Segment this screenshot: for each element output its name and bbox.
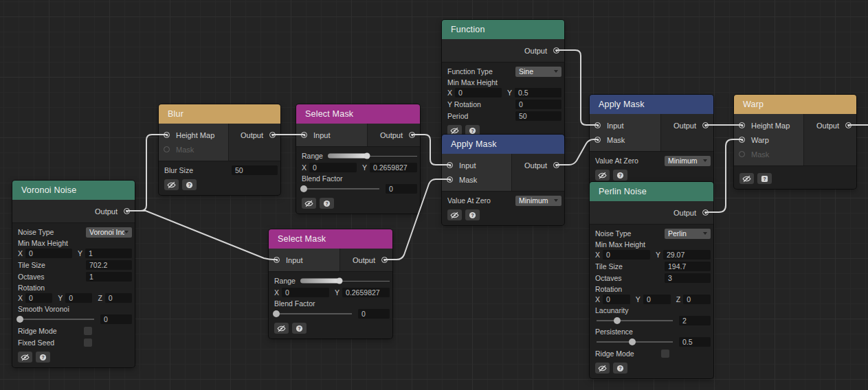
input-port-icon-mask[interactable] xyxy=(164,146,170,152)
vector-value-field[interactable]: 0 xyxy=(603,295,630,304)
params-area: Blur Size50? xyxy=(159,161,280,195)
wire-voronoi-noise.output-to-select-mask-2.input[interactable] xyxy=(126,211,277,260)
node-blur[interactable]: BlurHeight MapMaskOutputBlur Size50? xyxy=(159,104,280,195)
dropdown-value-at-zero[interactable]: Minimum xyxy=(515,196,561,206)
node-header-warp[interactable]: Warp xyxy=(734,95,856,114)
help-button[interactable]: ? xyxy=(613,170,627,181)
value-field[interactable]: 1 xyxy=(86,272,132,282)
vector-axis-label: X xyxy=(302,163,307,172)
slider-handle[interactable] xyxy=(300,185,307,192)
slider-track[interactable] xyxy=(597,320,673,321)
ports-area: Height MapWarpMaskOutput xyxy=(734,114,856,166)
checkbox-ridge-mode[interactable] xyxy=(661,349,669,358)
dropdown-noise-type[interactable]: Perlin xyxy=(665,229,711,239)
value-field[interactable]: 50 xyxy=(515,111,561,121)
node-header-select-mask-1[interactable]: Select Mask xyxy=(296,104,420,124)
value-field[interactable]: 702.2 xyxy=(86,260,132,270)
checkbox-fixed-seed[interactable] xyxy=(84,339,92,347)
help-button[interactable]: ? xyxy=(320,198,334,209)
slider[interactable] xyxy=(595,337,674,347)
visibility-off-button[interactable] xyxy=(739,173,754,184)
node-perlin-noise[interactable]: Perlin NoiseOutputNoise TypePerlinMin Ma… xyxy=(590,182,713,378)
slider-handle[interactable] xyxy=(629,339,636,345)
visibility-off-button[interactable] xyxy=(595,363,610,374)
node-select-mask-2[interactable]: Select MaskInputOutputRangeX0Y0.2659827B… xyxy=(269,229,392,339)
range-slider[interactable] xyxy=(300,276,390,286)
visibility-off-button[interactable] xyxy=(595,170,610,181)
vector-value-field[interactable]: 0.2659827 xyxy=(342,288,390,297)
node-header-perlin-noise[interactable]: Perlin Noise xyxy=(590,182,713,201)
slider-value-field[interactable]: 0 xyxy=(386,184,417,194)
value-field[interactable]: 0 xyxy=(515,100,561,109)
slider-track[interactable] xyxy=(276,313,352,314)
help-square-button[interactable]: ? xyxy=(757,173,772,184)
slider-value-field[interactable]: 2 xyxy=(679,316,711,325)
dropdown-function-type[interactable]: Sine xyxy=(515,67,561,77)
help-button[interactable]: ? xyxy=(36,352,50,363)
help-button[interactable]: ? xyxy=(613,363,627,374)
node-voronoi-noise[interactable]: Voronoi NoiseOutputNoise TypeVoronoi Ind… xyxy=(12,181,135,367)
slider[interactable] xyxy=(302,184,381,194)
vector-value-field[interactable]: 0.2659827 xyxy=(370,163,417,172)
slider-track[interactable] xyxy=(303,188,379,190)
help-button[interactable]: ? xyxy=(465,209,480,220)
node-header-apply-mask-2[interactable]: Apply Mask xyxy=(590,95,713,114)
input-port-icon-mask[interactable] xyxy=(739,151,745,157)
vector-value-field[interactable]: 0 xyxy=(25,293,52,303)
node-apply-mask-2[interactable]: Apply MaskInputMaskOutputValue At ZeroMi… xyxy=(590,95,713,185)
vector-value-field[interactable]: 0 xyxy=(603,250,650,260)
vector-value-field[interactable]: 0.5 xyxy=(515,88,561,98)
visibility-off-button[interactable] xyxy=(302,198,316,209)
vector-value-field[interactable]: 0 xyxy=(683,295,711,304)
vector-value-field[interactable]: 0 xyxy=(309,163,357,172)
node-warp[interactable]: WarpHeight MapWarpMaskOutput? xyxy=(734,95,856,189)
node-header-blur[interactable]: Blur xyxy=(159,104,280,124)
vector-value-field[interactable]: 0 xyxy=(643,295,671,304)
node-header-apply-mask-1[interactable]: Apply Mask xyxy=(442,135,564,154)
slider-track[interactable] xyxy=(19,319,94,320)
slider-handle[interactable] xyxy=(273,310,280,317)
range-slider-fill[interactable] xyxy=(300,279,340,284)
slider-value-field[interactable]: 0.5 xyxy=(679,337,711,347)
vector-value-field[interactable]: 0 xyxy=(455,88,502,98)
slider-value-field[interactable]: 0 xyxy=(358,309,390,319)
slider-handle[interactable] xyxy=(614,317,621,324)
node-graph-canvas[interactable]: Voronoi NoiseOutputNoise TypeVoronoi Ind… xyxy=(0,0,868,390)
node-header-function[interactable]: Function xyxy=(442,20,564,39)
dropdown-value-at-zero[interactable]: Minimum xyxy=(665,156,711,166)
slider[interactable] xyxy=(274,309,353,319)
vector-value-field[interactable]: 0 xyxy=(65,293,92,303)
slider[interactable] xyxy=(595,316,674,325)
visibility-off-button[interactable] xyxy=(18,352,32,363)
slider-handle[interactable] xyxy=(16,316,23,323)
slider[interactable] xyxy=(18,314,96,324)
range-slider-handle[interactable] xyxy=(364,153,370,159)
help-button[interactable]: ? xyxy=(292,323,307,334)
vector-value-field[interactable]: 0 xyxy=(105,293,132,303)
range-slider[interactable] xyxy=(328,151,417,161)
dropdown-noise-type[interactable]: Voronoi Ind xyxy=(86,227,132,238)
node-footer: ? xyxy=(18,352,132,363)
node-apply-mask-1[interactable]: Apply MaskInputMaskOutputValue At ZeroMi… xyxy=(442,135,564,225)
visibility-off-button[interactable] xyxy=(164,179,179,190)
node-function[interactable]: FunctionOutputFunction TypeSineMin Max H… xyxy=(442,20,564,141)
slider-value-field[interactable]: 0 xyxy=(100,314,132,324)
vector-value-field[interactable]: 0 xyxy=(282,288,329,297)
params-area: Function TypeSineMin Max HeightX0Y0.5Y R… xyxy=(442,62,564,141)
node-header-voronoi-noise[interactable]: Voronoi Noise xyxy=(12,181,135,200)
node-header-select-mask-2[interactable]: Select Mask xyxy=(269,229,392,249)
vector-value-field[interactable]: 1 xyxy=(85,249,132,258)
vector-value-field[interactable]: 29.07 xyxy=(663,250,711,260)
value-field[interactable]: 50 xyxy=(232,165,278,175)
range-slider-fill[interactable] xyxy=(328,154,367,159)
visibility-off-button[interactable] xyxy=(447,209,462,220)
visibility-off-button[interactable] xyxy=(274,323,289,334)
vector-value-field[interactable]: 0 xyxy=(25,249,72,258)
help-button[interactable]: ? xyxy=(182,179,197,190)
value-field[interactable]: 194.7 xyxy=(665,262,711,271)
node-select-mask-1[interactable]: Select MaskInputOutputRangeX0Y0.2659827B… xyxy=(296,104,420,214)
range-slider-handle[interactable] xyxy=(337,278,343,284)
value-field[interactable]: 3 xyxy=(665,273,711,283)
checkbox-ridge-mode[interactable] xyxy=(84,327,92,335)
vector-axis-label: Y xyxy=(58,294,63,302)
